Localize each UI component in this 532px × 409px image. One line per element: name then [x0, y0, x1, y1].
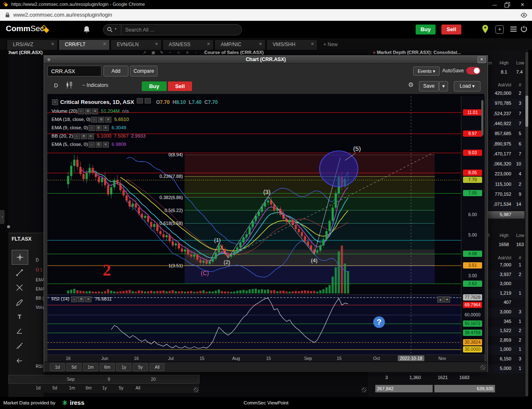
- underlay-tool-icon[interactable]: ≈: [177, 50, 180, 55]
- legend-icon[interactable]: ⚙: [85, 108, 91, 114]
- legend-icon[interactable]: ⚙: [98, 117, 104, 123]
- axis-scrollbar-thumb[interactable]: [481, 100, 483, 136]
- range-button-5y[interactable]: 5y: [133, 363, 148, 371]
- legend-icon[interactable]: ○: [74, 133, 80, 139]
- cross-lines-tool[interactable]: [12, 281, 27, 295]
- angle-tool[interactable]: [12, 324, 27, 338]
- legend-icon[interactable]: ✕: [105, 117, 111, 123]
- range-button-1y[interactable]: 1y: [102, 385, 107, 390]
- chart-sell-button[interactable]: Sell: [168, 81, 192, 91]
- legend-icon[interactable]: ○: [91, 117, 97, 123]
- crosshair-tool[interactable]: [12, 250, 28, 265]
- ruler-tool[interactable]: [12, 339, 27, 353]
- tab-close-icon[interactable]: ✕: [155, 42, 158, 46]
- search-scope-dropdown[interactable]: ▾: [103, 25, 121, 35]
- text-tool[interactable]: T: [12, 310, 27, 324]
- eye-icon[interactable]: [520, 12, 527, 18]
- autosave-toggle[interactable]: [466, 67, 480, 74]
- url-bar[interactable]: www2.commsec.com.au/iressplugin/login: [0, 9, 532, 21]
- tab-vms-shh[interactable]: VMS/SHH✕: [266, 39, 318, 50]
- chart-buy-button[interactable]: Buy: [142, 81, 167, 91]
- pane-move-up-button[interactable]: ▲: [437, 296, 443, 303]
- range-button-6m[interactable]: 6m: [86, 385, 92, 390]
- legend-icon[interactable]: ⚙: [81, 133, 87, 139]
- chart-style-candles-icon[interactable]: [66, 81, 73, 89]
- underlay-tool-icon[interactable]: ≡: [186, 50, 189, 55]
- underlay-tool-icon[interactable]: ▣: [151, 50, 155, 55]
- help-button[interactable]: ?: [373, 316, 385, 328]
- underlay-tool-icon[interactable]: ◦: [195, 50, 197, 55]
- legend-icon[interactable]: ✕: [88, 133, 94, 139]
- dialog-close-button[interactable]: ✕: [478, 57, 486, 63]
- close-window-button[interactable]: ✕: [516, 0, 529, 9]
- range-button-1m[interactable]: 1m: [83, 363, 98, 371]
- settings-gear-icon[interactable]: ⚙: [408, 81, 414, 89]
- tab-close-icon[interactable]: ✕: [103, 42, 106, 46]
- legend-icon[interactable]: ○: [78, 108, 84, 114]
- search-box[interactable]: ▾: [103, 24, 242, 35]
- range-button-5d[interactable]: 5d: [52, 385, 57, 390]
- resize-grip[interactable]: [362, 387, 367, 392]
- power-icon[interactable]: [520, 25, 527, 32]
- range-button-6m[interactable]: 6m: [100, 363, 115, 371]
- indicators-button[interactable]: ~ Indicators: [82, 82, 108, 88]
- events-dropdown[interactable]: Events ▾: [413, 67, 440, 76]
- collapse-panel-handle[interactable]: ‹: [0, 210, 5, 224]
- save-dropdown-caret[interactable]: ▾: [439, 81, 448, 91]
- range-button-1d[interactable]: 1d: [36, 385, 41, 390]
- underlay-tool-icon[interactable]: ✎: [160, 50, 163, 55]
- timeframe-dropdown[interactable]: D: [54, 82, 58, 89]
- tab-crr-flt[interactable]: CRR/FLT✕: [59, 39, 110, 50]
- collapse-legend-icon[interactable]: −: [52, 99, 58, 105]
- legend-close-icon[interactable]: ✕: [85, 296, 91, 302]
- title-icon[interactable]: [145, 98, 151, 103]
- legend-icon[interactable]: ⚙: [96, 142, 102, 148]
- compare-button[interactable]: Compare: [130, 66, 158, 76]
- right-scrollbar[interactable]: [525, 52, 528, 396]
- search-input[interactable]: [124, 25, 234, 34]
- tab-asn-ess[interactable]: ASN/ESS✕: [163, 39, 214, 50]
- time-axis[interactable]: 16Jun16Jul15Aug15Sep15Oct2022-10-18Nov: [47, 355, 484, 362]
- range-button-1y[interactable]: 1y: [116, 363, 131, 371]
- legend-eye-icon[interactable]: ○: [71, 296, 77, 302]
- menu-icon[interactable]: [510, 27, 517, 32]
- range-button-1m[interactable]: 1m: [69, 385, 75, 390]
- pane-move-down-button[interactable]: ▼: [444, 296, 450, 303]
- underlay-tool-icon[interactable]: ↗: [143, 50, 146, 55]
- tab-close-icon[interactable]: ✕: [259, 42, 262, 46]
- buy-button[interactable]: Buy: [416, 25, 436, 34]
- tab-amp-nic[interactable]: AMP/NIC✕: [214, 39, 266, 50]
- tab-close-icon[interactable]: ✕: [311, 42, 314, 46]
- sell-button[interactable]: Sell: [441, 25, 461, 34]
- title-icon[interactable]: [137, 98, 143, 103]
- brush-tool[interactable]: [12, 296, 27, 310]
- load-button[interactable]: Load ▾: [454, 81, 480, 91]
- range-button-All[interactable]: All: [135, 385, 140, 390]
- symbol-input[interactable]: [47, 66, 101, 76]
- trendline-tool[interactable]: [12, 266, 27, 280]
- add-button[interactable]: Add: [103, 66, 128, 76]
- legend-icon[interactable]: ⚙: [96, 125, 102, 131]
- dialog-titlebar[interactable]: Chart (CRR.ASX) ✕: [44, 56, 488, 64]
- legend-icon[interactable]: ○: [89, 125, 95, 131]
- tab-close-icon[interactable]: ✕: [51, 42, 54, 46]
- url-text[interactable]: www2.commsec.com.au/iressplugin/login: [13, 12, 112, 18]
- notifications-bell-icon[interactable]: [83, 26, 90, 33]
- legend-icon[interactable]: ✕: [103, 142, 109, 148]
- resize-grip[interactable]: [194, 387, 199, 392]
- restore-button[interactable]: [501, 0, 513, 9]
- add-widget-button[interactable]: +: [495, 25, 504, 34]
- legend-icon[interactable]: ○: [89, 142, 95, 148]
- arrow-left-tool[interactable]: [12, 354, 27, 368]
- range-button-1d[interactable]: 1d: [50, 363, 65, 371]
- tab-evn-gln[interactable]: EVN/GLN✕: [111, 39, 162, 50]
- scrollbar-thumb[interactable]: [525, 96, 528, 127]
- tab-close-icon[interactable]: ✕: [207, 42, 210, 46]
- range-button-5d[interactable]: 5d: [66, 363, 81, 371]
- save-button[interactable]: Save: [419, 81, 439, 91]
- location-pin-icon[interactable]: [482, 25, 488, 34]
- underlay-tool-icon[interactable]: −: [169, 50, 171, 55]
- legend-icon[interactable]: ✕: [103, 125, 109, 131]
- legend-icon[interactable]: ✕: [92, 108, 98, 114]
- new-tab-button[interactable]: + New: [323, 42, 337, 47]
